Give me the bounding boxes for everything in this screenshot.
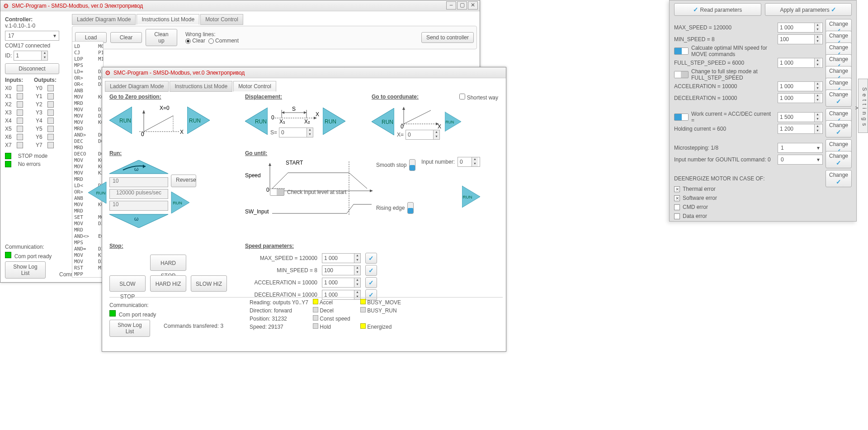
- minimize-button[interactable]: –: [446, 1, 456, 9]
- cleanup-button[interactable]: Clean up: [146, 29, 177, 46]
- speed-up-button[interactable]: ω: [109, 160, 168, 175]
- input-x4[interactable]: [17, 118, 23, 124]
- input-number-spinner[interactable]: ▲▼: [458, 157, 480, 167]
- tab-ladder-2[interactable]: Ladder Diagram Mode: [105, 81, 169, 92]
- output-y1[interactable]: [47, 93, 54, 99]
- slow-stop-button[interactable]: SLOW STOP: [109, 275, 146, 292]
- titlebar-2: ⚙ SMC-Program - SMSD-Modbus, ver.0 Элект…: [102, 67, 506, 78]
- controller-select[interactable]: 17▾: [5, 31, 59, 41]
- svg-text:S: S: [292, 106, 296, 112]
- settings-dropdown[interactable]: 1▾: [778, 143, 823, 153]
- radio-clear[interactable]: [185, 38, 191, 44]
- hard-hiz-button[interactable]: HARD HIZ: [150, 275, 186, 292]
- com-ready-label-2: Com port ready: [119, 312, 156, 318]
- hard-stop-button[interactable]: HARD STOP: [150, 255, 186, 271]
- disconnect-button[interactable]: Disconnect: [5, 63, 59, 74]
- sp-apply[interactable]: ✓: [365, 265, 377, 276]
- change-button[interactable]: Change ✓: [826, 90, 852, 107]
- settings-label: Input number for GOUNTIL command: 0: [674, 156, 775, 163]
- input-x3[interactable]: [17, 109, 23, 116]
- change-button[interactable]: Change ✓: [826, 151, 852, 168]
- input-x0[interactable]: [17, 85, 23, 91]
- output-y0[interactable]: [47, 85, 54, 91]
- sp-input[interactable]: ▲▼: [322, 265, 361, 275]
- settings-spinner[interactable]: ▲▼: [778, 34, 823, 44]
- send-to-controller-button[interactable]: Send to controller: [421, 32, 474, 43]
- settings-spinner[interactable]: ▲▼: [778, 93, 823, 103]
- deenergize-opt: Data error: [683, 213, 707, 219]
- reverse-button[interactable]: Reverse: [171, 175, 196, 187]
- output-y6[interactable]: [47, 134, 54, 140]
- settings-toggle[interactable]: [674, 47, 689, 55]
- output-y3[interactable]: [47, 109, 54, 116]
- apply-all-button[interactable]: Apply all parameters ✓: [765, 3, 852, 16]
- tab-instructions-1[interactable]: Instructions List Mode: [137, 14, 199, 25]
- speed-down-button[interactable]: ω: [109, 213, 168, 228]
- check-input-toggle[interactable]: [270, 189, 284, 196]
- settings-dropdown[interactable]: 0▾: [778, 155, 823, 165]
- svg-line-6: [144, 116, 173, 132]
- tabs-1: Ladder Diagram Mode Instructions List Mo…: [72, 14, 477, 25]
- settings-tab-handle[interactable]: Settings >: [858, 79, 868, 133]
- shortest-way-check[interactable]: Shortest way: [459, 94, 498, 101]
- maximize-button[interactable]: ▢: [457, 1, 467, 9]
- gountil-run-button[interactable]: RUN: [462, 185, 480, 208]
- settings-spinner[interactable]: ▲▼: [778, 124, 823, 134]
- radio-comment[interactable]: [208, 38, 214, 44]
- zero-run-left[interactable]: RUN: [109, 107, 132, 134]
- smooth-stop-toggle[interactable]: [409, 159, 415, 171]
- svg-marker-53: [370, 189, 373, 192]
- deenergize-check[interactable]: [674, 204, 680, 210]
- change-button[interactable]: Change ✓: [826, 120, 852, 137]
- disp-run-left[interactable]: RUN: [245, 108, 268, 135]
- show-log-button-1[interactable]: Show Log List: [5, 261, 46, 279]
- controller-label: Controller:: [5, 16, 66, 23]
- svg-text:ω: ω: [134, 166, 138, 172]
- output-y2[interactable]: [47, 101, 54, 108]
- output-y5[interactable]: [47, 126, 54, 132]
- s-value-input[interactable]: ▲▼: [279, 128, 313, 137]
- input-x2[interactable]: [17, 101, 23, 108]
- deenergize-check[interactable]: ✕: [674, 186, 680, 192]
- input-x1[interactable]: [17, 93, 23, 99]
- settings-toggle[interactable]: [674, 113, 689, 121]
- clear-button[interactable]: Clear: [110, 32, 142, 43]
- settings-spinner[interactable]: ▲▼: [778, 81, 823, 91]
- code-listing[interactable]: LD M0 CJ P1 LDP M1008 MPS LD= D320 K6 OR…: [72, 41, 104, 278]
- sp-apply[interactable]: ✓: [365, 253, 377, 264]
- deenergize-check[interactable]: [674, 213, 680, 219]
- zero-run-right[interactable]: RUN: [187, 107, 210, 134]
- tab-motor-1[interactable]: Motor Control: [200, 14, 243, 25]
- sp-apply[interactable]: ✓: [365, 277, 377, 288]
- output-y7[interactable]: [47, 142, 54, 148]
- change-button[interactable]: Change ✓: [826, 170, 852, 187]
- titlebar-1: ⚙ SMC-Program - SMSD-Modbus, ver.0 Элект…: [0, 0, 480, 11]
- tab-ladder-1[interactable]: Ladder Diagram Mode: [72, 14, 136, 25]
- run-left-button[interactable]: RUN: [88, 182, 107, 203]
- run-right-button[interactable]: RUN: [171, 192, 190, 213]
- disp-run-right[interactable]: RUN: [323, 108, 345, 135]
- deenergize-check[interactable]: ✕: [674, 195, 680, 201]
- settings-spinner[interactable]: ▲▼: [778, 112, 823, 122]
- speed-top-readout: 10: [109, 177, 168, 187]
- input-x5[interactable]: [17, 126, 23, 132]
- x-value-input[interactable]: ▲▼: [406, 130, 440, 140]
- rising-edge-toggle[interactable]: [407, 202, 414, 214]
- slow-hiz-button[interactable]: SLOW HIZ: [191, 275, 227, 292]
- coord-run-left[interactable]: RUN: [372, 108, 394, 135]
- sp-input[interactable]: ▲▼: [322, 253, 361, 263]
- tab-instructions-2[interactable]: Instructions List Mode: [170, 81, 232, 92]
- settings-spinner[interactable]: ▲▼: [778, 58, 823, 68]
- sp-input[interactable]: ▲▼: [322, 278, 361, 288]
- output-y4[interactable]: [47, 118, 54, 124]
- show-log-button-2[interactable]: Show Log List: [109, 320, 150, 337]
- coord-run-right[interactable]: RUN: [445, 108, 461, 135]
- read-parameters-button[interactable]: ✓ Read parameters: [674, 3, 761, 16]
- settings-toggle[interactable]: [674, 71, 689, 78]
- input-x7[interactable]: [17, 142, 23, 148]
- settings-spinner[interactable]: ▲▼: [778, 23, 823, 33]
- tab-motor-2[interactable]: Motor Control: [233, 81, 276, 92]
- close-button[interactable]: ✕: [468, 1, 478, 9]
- input-x6[interactable]: [17, 134, 23, 140]
- id-spinner[interactable]: ▲▼: [14, 51, 48, 61]
